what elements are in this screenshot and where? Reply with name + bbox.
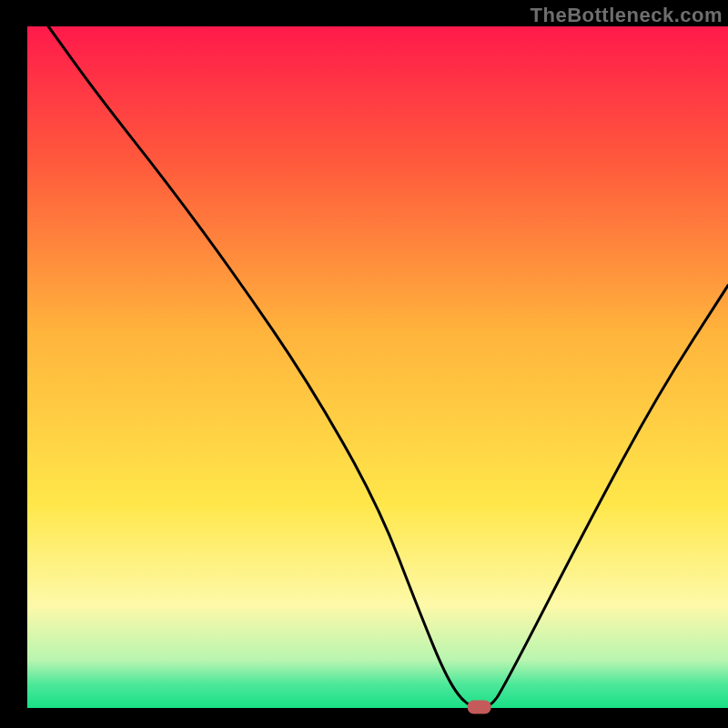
plot-background [27, 26, 728, 708]
bottleneck-chart [0, 0, 728, 728]
watermark-text: TheBottleneck.com [531, 4, 723, 27]
optimal-marker [468, 701, 491, 714]
chart-container: TheBottleneck.com [0, 0, 728, 728]
